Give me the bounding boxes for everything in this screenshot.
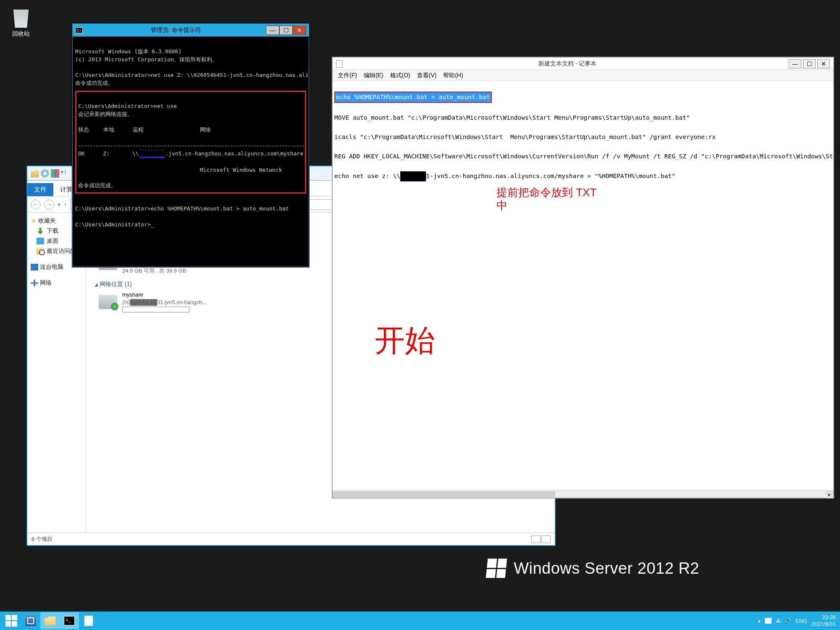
tab-file[interactable]: 文件	[27, 183, 53, 196]
taskbar-notepad[interactable]	[79, 612, 98, 629]
cmd-line: C:\Users\Administrator>net use	[78, 103, 177, 109]
nav-back-button[interactable]: ←	[31, 200, 41, 210]
minimize-button[interactable]: —	[789, 59, 801, 68]
redacted-text: ████████	[139, 150, 165, 158]
redacted-text: ███████	[400, 171, 426, 181]
notepad-window: 新建文本文档 - 记事本 — ☐ ✕ 文件(F) 编辑(E) 格式(O) 查看(…	[332, 57, 834, 498]
cmd-line: 命令成功完成。	[75, 80, 113, 86]
tray-network-icon[interactable]: 🖧	[776, 618, 781, 624]
selected-text: echo %HOMEPATH%\mount.bat > auto_mount.b…	[334, 92, 492, 103]
notepad-window-controls: — ☐ ✕	[789, 59, 830, 68]
action-center-icon[interactable]	[765, 618, 772, 624]
network-icon	[31, 280, 38, 286]
cmd-line: C:\Users\Administrator>echo %HOMEPATH%\m…	[75, 205, 289, 212]
nav-fwd-button[interactable]: →	[44, 200, 54, 210]
view-icons-button[interactable]	[541, 536, 551, 543]
windows-logo-icon	[486, 559, 507, 578]
quick-access-toolbar: ▾ |	[27, 169, 73, 178]
cmd-line: 会记录新的网络连接。	[78, 111, 133, 117]
editor-line: echo net use z: \\███████1-jvn5.cn-hangz…	[334, 173, 675, 179]
taskbar-server-manager[interactable]	[21, 612, 40, 629]
horizontal-scrollbar[interactable]: ▸	[333, 490, 833, 498]
clock[interactable]: 23:26 2021/8/31	[811, 614, 836, 627]
quick-dropdown[interactable]: ▾ |	[61, 169, 69, 178]
system-tray: ▴ 🖧 🔊 ENG 23:26 2021/8/31	[758, 614, 838, 627]
cmd-prompt: C:\Users\Administrator>_	[75, 221, 154, 228]
explorer-statusbar: 8 个项目	[27, 533, 555, 545]
start-button[interactable]	[2, 612, 21, 629]
clock-date: 2021/8/31	[811, 621, 836, 627]
cmd-line: 命令成功完成。	[78, 182, 116, 189]
quick-properties-icon[interactable]	[51, 169, 59, 178]
explorer-icon	[45, 616, 55, 625]
maximize-button[interactable]: ☐	[803, 59, 816, 68]
menu-format[interactable]: 格式(O)	[388, 71, 413, 80]
scroll-right-button[interactable]: ▸	[826, 491, 833, 498]
netloc-name: myshare	[122, 291, 207, 298]
cmd-line: (c) 2013 Microsoft Corporation。保留所有权利。	[75, 56, 218, 63]
annotation-text: 提前把命令放到 TXT 中	[496, 186, 596, 212]
nav-history-dropdown[interactable]: ▾	[58, 201, 60, 208]
annotation-highlight-box: C:\Users\Administrator>net use 会记录新的网络连接…	[75, 91, 306, 194]
os-watermark: Windows Server 2012 R2	[487, 559, 699, 578]
tray-volume-icon[interactable]: 🔊	[785, 618, 791, 624]
chevron-down-icon: ◢	[94, 282, 98, 287]
cmd-icon	[64, 616, 75, 625]
taskbar-explorer[interactable]	[40, 612, 60, 629]
netloc-path: (\\0███████31-jvn5.cn-hangzh...	[122, 299, 207, 305]
separator: ----------------------------------------…	[78, 142, 304, 149]
cmd-terminal[interactable]: Microsoft Windows [版本 6.3.9600] (c) 2013…	[73, 37, 309, 267]
editor-line: REG ADD HKEY_LOCAL_MACHINE\Software\Micr…	[334, 153, 833, 160]
menu-view[interactable]: 查看(V)	[415, 71, 439, 80]
scrollbar-thumb[interactable]	[333, 491, 555, 497]
annotation-start: 开始	[375, 316, 435, 365]
download-icon	[37, 228, 44, 234]
document-icon	[336, 60, 343, 68]
nav-up-button[interactable]: ↑	[64, 201, 67, 208]
recycle-bin-icon	[11, 8, 31, 28]
notepad-editor[interactable]: echo %HOMEPATH%\mount.bat > auto_mount.b…	[333, 81, 833, 490]
editor-line: MOVE auto_mount.bat "c:\ProgramData\Micr…	[334, 114, 690, 121]
cmd-icon: C:\	[75, 27, 83, 33]
cmd-window-controls: — ☐ ✕	[266, 26, 306, 35]
cmd-title: 管理员: 命令提示符	[86, 26, 266, 34]
desktop-icon	[37, 238, 44, 244]
menu-edit[interactable]: 编辑(E)	[361, 71, 386, 80]
notepad-title: 新建文本文档 - 记事本	[346, 60, 789, 68]
close-button[interactable]: ✕	[293, 26, 306, 35]
menu-help[interactable]: 帮助(H)	[441, 71, 465, 80]
star-icon: ★	[31, 217, 37, 225]
view-details-button[interactable]	[531, 536, 541, 543]
maximize-button[interactable]: ☐	[279, 26, 293, 35]
status-item-count: 8 个项目	[32, 536, 52, 543]
netloc-usage-bar	[122, 307, 189, 312]
notepad-titlebar[interactable]: 新建文本文档 - 记事本 — ☐ ✕	[333, 58, 833, 70]
quick-folder-icon[interactable]	[31, 169, 39, 178]
close-button[interactable]: ✕	[817, 59, 830, 68]
pc-icon	[31, 264, 38, 270]
sidebar-item-network[interactable]: 网络	[31, 279, 82, 287]
ime-indicator[interactable]: ENG	[795, 618, 807, 624]
cmd-window: C:\ 管理员: 命令提示符 — ☐ ✕ Microsoft Windows […	[72, 24, 309, 267]
taskbar-cmd[interactable]	[60, 612, 79, 629]
quick-disc-icon[interactable]	[41, 169, 49, 178]
taskbar: ▴ 🖧 🔊 ENG 23:26 2021/8/31	[0, 612, 840, 630]
cmd-line: C:\Users\Administrator>net use Z: \\0260…	[75, 72, 309, 78]
windows-logo-icon	[5, 615, 17, 627]
network-drive-icon	[99, 295, 117, 309]
editor-line: icacls "c:\ProgramData\Microsoft\Windows…	[334, 134, 716, 140]
recent-icon	[37, 248, 44, 255]
server-manager-icon	[25, 615, 36, 626]
notepad-menubar: 文件(F) 编辑(E) 格式(O) 查看(V) 帮助(H)	[333, 70, 833, 81]
recycle-bin-label: 回收站	[4, 30, 38, 38]
menu-file[interactable]: 文件(F)	[335, 71, 360, 80]
recycle-bin[interactable]: 回收站	[4, 8, 38, 38]
notepad-icon	[84, 615, 93, 626]
minimize-button[interactable]: —	[266, 26, 279, 35]
tray-up-icon[interactable]: ▴	[758, 618, 761, 624]
watermark-text: Windows Server 2012 R2	[514, 559, 699, 578]
clock-time: 23:26	[811, 614, 836, 621]
cmd-line: Microsoft Windows [版本 6.3.9600]	[75, 48, 181, 55]
cmd-titlebar[interactable]: C:\ 管理员: 命令提示符 — ☐ ✕	[73, 24, 309, 37]
drive-info: 24.9 GB 可用 , 共 39.9 GB	[122, 267, 189, 275]
